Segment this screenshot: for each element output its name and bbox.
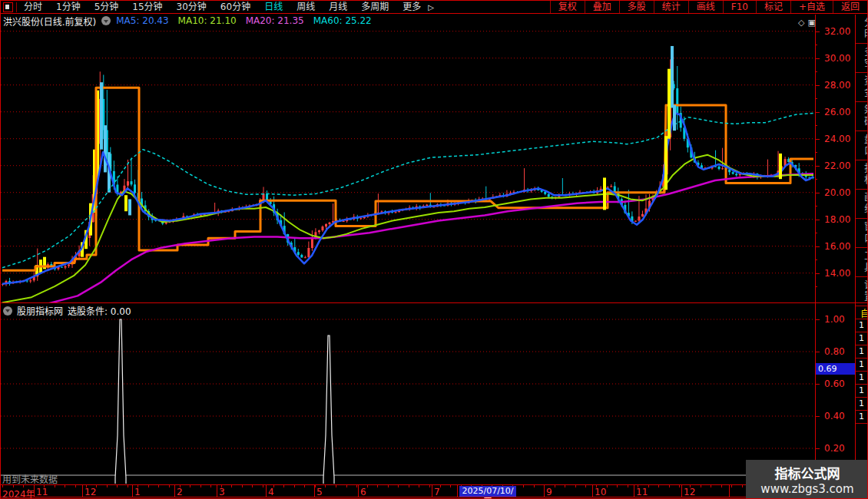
timeline-label: 3	[219, 487, 225, 497]
ma-value-label: MA60: 25.22	[313, 15, 372, 26]
toolbar-button-复权[interactable]: 复权	[550, 1, 585, 13]
axis-tick	[815, 384, 820, 385]
axis-minor-tick	[815, 286, 817, 287]
timeline-month-tick	[432, 485, 432, 497]
axis-tick	[815, 273, 820, 274]
axis-tick	[815, 58, 820, 59]
timeline-minor-tick	[325, 485, 326, 487]
timeline-minor-tick	[450, 485, 451, 487]
axis-tick	[815, 112, 820, 113]
chart-info-line: 洪兴股份(日线.前复权) MA5: 20.43MA10: 21.10MA20: …	[3, 15, 372, 26]
timeline-minor-tick	[377, 485, 378, 487]
toolbar-button-多股[interactable]: 多股	[619, 1, 654, 13]
chevron-down-icon[interactable]	[3, 306, 12, 316]
timeline-month-tick	[217, 485, 217, 497]
timeline-minor-tick	[252, 485, 253, 487]
right-strip-tab-设置[interactable]: 设置	[856, 277, 868, 306]
axis-minor-tick	[815, 179, 817, 180]
timeline-minor-tick	[721, 485, 722, 487]
toolbar-button-叠加[interactable]: 叠加	[585, 1, 619, 13]
ma-legend: MA5: 20.43MA10: 21.10MA20: 21.35MA60: 25…	[116, 15, 372, 26]
right-strip-value: 1	[856, 345, 868, 359]
main-chart-canvas[interactable]	[1, 15, 815, 302]
axis-tick	[815, 166, 820, 167]
right-edge-strip[interactable]: 分时多空资金筹码盘口指标画线窗口工具设置自11111111	[855, 15, 868, 484]
top-toolbar: 分时1分钟5分钟15分钟30分钟60分钟日线周线月线多周期更多 ▷ 复权叠加多股…	[1, 1, 867, 14]
toolbar-button-标记[interactable]: 标记	[756, 1, 790, 13]
right-strip-tab-label: 盘口	[861, 134, 868, 157]
right-strip-tab-筹码[interactable]: 筹码	[856, 102, 868, 131]
timeline-minor-tick	[367, 485, 368, 487]
period-tab-30分钟[interactable]: 30分钟	[170, 1, 214, 13]
period-tab-15分钟[interactable]: 15分钟	[125, 1, 169, 13]
period-tab-更多[interactable]: 更多	[396, 1, 428, 13]
right-strip-tab-多空[interactable]: 多空	[856, 44, 868, 73]
timeline-minor-tick	[440, 485, 441, 487]
toolbar-button-统计[interactable]: 统计	[654, 1, 688, 13]
timeline-minor-tick	[263, 485, 263, 487]
axis-minor-tick	[815, 125, 817, 126]
right-strip-value: 1	[856, 398, 868, 411]
timeline-minor-tick	[231, 485, 232, 487]
axis-tick	[815, 31, 820, 32]
timeline-month-tick	[729, 485, 730, 497]
right-strip-badge[interactable]: 自	[856, 306, 868, 319]
axis-minor-tick	[815, 233, 817, 233]
right-strip-value: 1	[856, 372, 868, 385]
timeline-minor-tick	[190, 485, 190, 487]
right-strip-tab-指标[interactable]: 指标	[856, 160, 868, 190]
period-tab-日线[interactable]: 日线	[257, 1, 290, 13]
right-strip-tab-画线[interactable]: 画线	[856, 190, 868, 219]
timeline-minor-tick	[534, 485, 535, 487]
timeline-minor-tick	[607, 485, 608, 487]
timeline-label: 6	[360, 487, 366, 497]
period-tab-周线[interactable]: 周线	[290, 1, 322, 13]
toolbar-button-返回[interactable]: 返回	[833, 1, 867, 13]
indicator-canvas[interactable]	[1, 316, 815, 485]
axis-minor-tick	[815, 206, 817, 207]
toolbar-button-+自选[interactable]: +自选	[790, 1, 833, 13]
more-arrow-icon[interactable]: ▷	[428, 3, 434, 12]
axis-tick	[815, 319, 820, 320]
timeline-minor-tick	[419, 485, 419, 487]
timeline-month-tick	[174, 485, 175, 497]
ma-value-label: MA20: 21.35	[246, 15, 304, 26]
indicator-title: 股朋指标网	[17, 304, 63, 317]
period-tab-月线[interactable]: 月线	[322, 1, 354, 13]
timeline-axis[interactable]: 2024年1112123456791011122025/07/10/四	[1, 484, 868, 497]
period-tab-60分钟[interactable]: 60分钟	[214, 1, 257, 13]
timeline-minor-tick	[628, 485, 628, 487]
timeline-label: 2024年	[2, 487, 35, 499]
ma-value-label: MA5: 20.43	[116, 15, 168, 26]
timeline-minor-tick	[565, 485, 565, 487]
right-strip-tab-工具[interactable]: 工具	[856, 248, 868, 277]
toolbar-button-画线[interactable]: 画线	[688, 1, 723, 13]
period-tab-多周期[interactable]: 多周期	[354, 1, 396, 13]
future-data-warning: 用到未来数据	[2, 472, 58, 485]
right-strip-tab-分时[interactable]: 分时	[856, 15, 868, 44]
timeline-month-tick	[266, 485, 267, 497]
right-strip-tab-盘口[interactable]: 盘口	[856, 131, 868, 160]
right-strip-tab-label: 多空	[861, 46, 868, 69]
indicator-header: 股朋指标网 选股条件: 0.00	[3, 305, 131, 316]
timeline-label: 1	[134, 487, 141, 497]
period-tab-分时[interactable]: 分时	[17, 1, 49, 13]
toolbar-button-F10[interactable]: F10	[723, 1, 756, 13]
axis-tick	[815, 352, 820, 352]
window-split-icon[interactable]: ▣	[807, 18, 815, 28]
right-strip-tab-资金[interactable]: 资金	[856, 73, 868, 102]
axis-minor-tick	[815, 45, 817, 45]
right-strip-tab-label: 指标	[861, 163, 868, 186]
timeline-label: 12	[84, 487, 96, 497]
pane-corner-icons[interactable]: ◇▣	[798, 18, 816, 28]
window-icon[interactable]	[3, 2, 13, 12]
timeline-minor-tick	[148, 485, 149, 487]
period-tab-5分钟[interactable]: 5分钟	[88, 1, 126, 13]
timeline-minor-tick	[731, 485, 732, 487]
diamond-icon[interactable]: ◇	[798, 18, 804, 28]
right-strip-tab-窗口[interactable]: 窗口	[856, 219, 868, 248]
chevron-down-icon[interactable]	[101, 16, 111, 25]
timeline-minor-tick	[107, 485, 108, 487]
period-tab-1分钟[interactable]: 1分钟	[49, 1, 88, 13]
timeline-month-tick	[314, 485, 315, 497]
